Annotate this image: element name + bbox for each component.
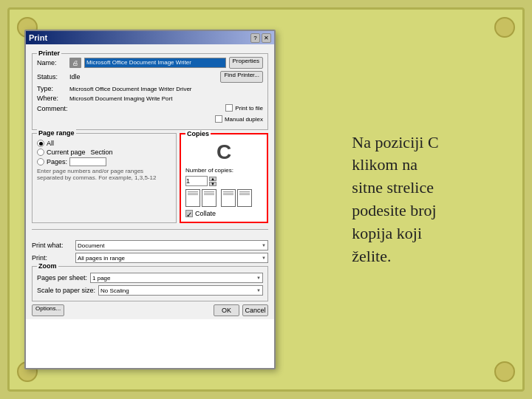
print-label: Print:	[32, 254, 72, 262]
printer-icon: 🖨	[69, 58, 81, 68]
paper-icon-1	[185, 189, 200, 207]
page-range-label: Page range	[37, 129, 76, 137]
printer-section-label: Printer	[37, 50, 61, 57]
corner-br	[494, 361, 515, 382]
print-arrow: ▼	[262, 256, 266, 260]
dialog-bottom: Print what: Document ▼ Print: All pages …	[26, 237, 274, 319]
dialog-body: Printer Name: 🖨 Microsoft Office Documen…	[26, 44, 274, 237]
pages-per-sheet-label: Pages per sheet:	[37, 274, 87, 282]
current-page-row: Current page Section	[37, 149, 171, 156]
num-copies-label: Number of copies:	[185, 167, 233, 174]
scale-value: No Scaling	[100, 287, 129, 294]
comment-label: Comment:	[37, 105, 68, 112]
separator	[32, 229, 268, 230]
properties-button[interactable]: Properties	[229, 57, 263, 69]
type-label: Type:	[37, 85, 66, 92]
ok-cancel-row: Options... OK Cancel	[32, 304, 268, 316]
print-dialog: Print ? ✕ Printer Name: 🖨 Microsoft Offi…	[24, 30, 276, 369]
pages-per-sheet-row: Pages per sheet: 1 page ▼	[37, 273, 263, 283]
printer-name-input[interactable]: Microsoft Office Document Image Writer	[84, 58, 226, 68]
manual-duplex-checkbox[interactable]	[215, 115, 222, 123]
pages-per-sheet-dropdown[interactable]: 1 page ▼	[90, 273, 263, 283]
all-label: All	[47, 140, 54, 147]
spin-down-arrow[interactable]: ▼	[209, 182, 216, 186]
where-value: Microsoft Document Imaging Write Port	[69, 95, 172, 102]
pages-label: Pages:	[47, 158, 67, 166]
description-text: Na poziciji C klikom na sitne strelice p…	[352, 132, 438, 268]
close-button[interactable]: ✕	[262, 33, 271, 43]
paper-icon-2	[202, 189, 216, 207]
status-value: Idle	[69, 73, 81, 81]
collate-label: Collate	[195, 210, 216, 217]
scale-dropdown[interactable]: No Scaling ▼	[98, 285, 263, 296]
print-what-arrow: ▼	[262, 243, 266, 248]
print-what-value: Document	[78, 242, 104, 249]
pages-input[interactable]	[69, 157, 106, 166]
text-panel: Na poziciji C klikom na sitne strelice p…	[276, 117, 508, 283]
manual-duplex-row: Manual duplex	[37, 115, 263, 124]
page-range-note: Enter page numbers and/or page ranges se…	[37, 168, 171, 181]
paper-icon-4	[237, 189, 252, 207]
print-value: All pages in range	[78, 255, 125, 262]
type-row: Type: Microsoft Office Document Image Wr…	[37, 85, 263, 92]
where-label: Where:	[37, 95, 66, 102]
pages-per-sheet-arrow: ▼	[256, 276, 261, 280]
zoom-section-title: Zoom	[37, 262, 58, 270]
help-button[interactable]: ?	[250, 33, 260, 43]
collate-area	[185, 189, 262, 207]
type-value: Microsoft Office Document Image Writer D…	[69, 86, 192, 92]
scale-row: Scale to paper size: No Scaling ▼	[37, 285, 263, 296]
outer-frame: Print ? ✕ Printer Name: 🖨 Microsoft Offi…	[7, 7, 525, 392]
current-page-radio[interactable]	[37, 149, 44, 156]
dialog-title-buttons: ? ✕	[250, 33, 271, 43]
print-to-file-checkbox[interactable]	[225, 104, 233, 112]
cancel-button[interactable]: Cancel	[242, 304, 268, 316]
page-range-section: Page range All Current page Section Page…	[32, 133, 177, 223]
copies-input[interactable]	[185, 176, 208, 186]
corner-tr	[494, 17, 515, 38]
find-printer-button[interactable]: Find Printer...	[220, 71, 263, 83]
paper-icon-3	[221, 189, 236, 207]
pages-per-sheet-value: 1 page	[92, 275, 110, 282]
name-row: Name: 🖨 Microsoft Office Document Image …	[37, 57, 263, 69]
collate-checkbox[interactable]: ✓	[185, 210, 193, 217]
print-row: Print: All pages in range ▼	[32, 253, 268, 263]
spinner-arrows: ▲ ▼	[209, 177, 216, 186]
all-radio[interactable]	[37, 140, 44, 147]
pages-radio[interactable]	[37, 158, 44, 166]
section-label: Section	[91, 149, 113, 156]
dialog-title: Print	[29, 33, 47, 42]
scale-arrow: ▼	[256, 288, 261, 293]
num-copies-row: Number of copies:	[185, 167, 262, 174]
all-radio-row: All	[37, 140, 171, 147]
scale-label: Scale to paper size:	[37, 287, 95, 294]
where-row: Where: Microsoft Document Imaging Write …	[37, 95, 263, 102]
zoom-section: Zoom Pages per sheet: 1 page ▼ Scale to …	[32, 266, 268, 301]
comment-row: Comment: Print to file	[37, 104, 263, 113]
copies-spinner: ▲ ▼	[185, 176, 262, 186]
print-what-dropdown[interactable]: Document ▼	[75, 240, 268, 250]
print-dropdown[interactable]: All pages in range ▼	[75, 253, 268, 263]
printer-section: Printer Name: 🖨 Microsoft Office Documen…	[32, 53, 268, 130]
name-label: Name:	[37, 59, 66, 66]
current-page-label: Current page	[47, 149, 86, 156]
print-to-file-label: Print to file	[235, 105, 263, 112]
manual-duplex-row-inner: Manual duplex	[215, 115, 263, 123]
spin-up-arrow[interactable]: ▲	[209, 177, 216, 181]
print-what-row: Print what: Document ▼	[32, 240, 268, 250]
ok-button[interactable]: OK	[214, 304, 239, 316]
status-label: Status:	[37, 73, 66, 81]
copies-section: Copies C Number of copies: ▲ ▼	[180, 133, 268, 223]
paper-stack-1	[185, 189, 216, 207]
copies-section-title: Copies	[185, 130, 211, 137]
paper-stack-2	[221, 189, 252, 207]
dialog-titlebar: Print ? ✕	[26, 31, 274, 44]
pages-row: Pages:	[37, 157, 171, 166]
manual-duplex-label: Manual duplex	[225, 116, 263, 123]
collate-row: ✓ Collate	[185, 210, 262, 217]
status-row: Status: Idle Find Printer...	[37, 71, 263, 83]
print-what-label: Print what:	[32, 242, 72, 249]
c-position-label: C	[185, 140, 262, 164]
print-to-file-row: Print to file	[225, 104, 263, 112]
options-button[interactable]: Options...	[32, 304, 64, 316]
